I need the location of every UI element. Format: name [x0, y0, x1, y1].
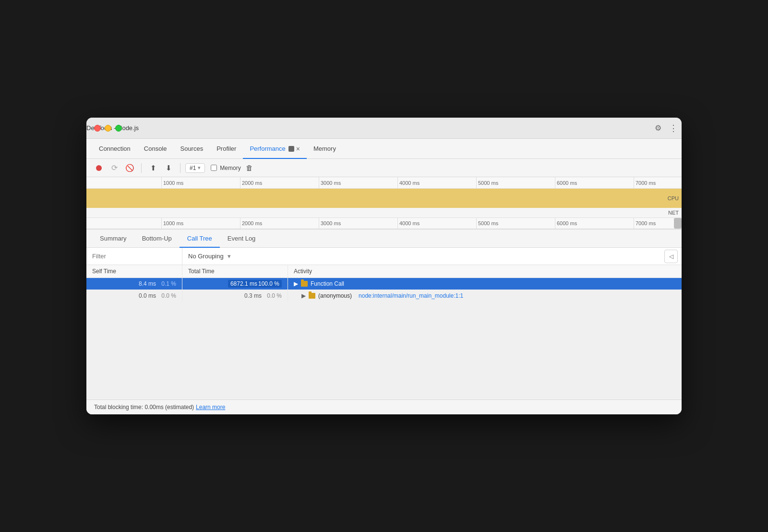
tab-call-tree[interactable]: Call Tree [180, 230, 220, 248]
tick-6000ms: 6000 ms [555, 177, 577, 188]
btick-3000ms: 3000 ms [319, 218, 341, 229]
table-row[interactable]: 0.0 ms 0.0 % 0.3 ms 0.0 % ▶ (anonymous) … [86, 290, 682, 302]
activity-name-1: Function Call [311, 280, 344, 287]
table-row[interactable]: 8.4 ms 0.1 % 6872.1 ms100.0 % ▶ Function… [86, 278, 682, 290]
total-pct-2: 0.0 % [267, 292, 282, 299]
activity-name-2: (anonymous) [318, 292, 352, 299]
timeline-ruler-top: 1000 ms 2000 ms 3000 ms 4000 ms 5000 ms … [86, 177, 682, 189]
titlebar: DevTools - Node.js ⚙ ⋮ [86, 118, 682, 139]
cpu-label: CPU [668, 195, 679, 201]
nav-item-memory[interactable]: Memory [307, 139, 343, 159]
filter-row: No Grouping ▾ ◁ [86, 248, 682, 265]
cell-activity-1: ▶ Function Call [288, 278, 682, 290]
total-highlight-1: 6872.1 ms100.0 % [228, 280, 282, 288]
folder-icon-1 [301, 281, 308, 287]
expand-icon-2[interactable]: ▶ [301, 292, 306, 299]
delete-button[interactable]: 🗑 [243, 161, 256, 175]
status-text: Total blocking time: 0.00ms (estimated) [94, 404, 194, 411]
svg-point-0 [96, 165, 102, 171]
self-pct-2: 0.0 % [161, 292, 176, 299]
memory-checkbox-input[interactable] [211, 165, 217, 171]
activity-link-2[interactable]: node:internal/main/run_main_module:1:1 [359, 292, 463, 299]
tick-7000ms: 7000 ms [634, 177, 656, 188]
nav-item-connection[interactable]: Connection [92, 139, 137, 159]
tick-2000ms: 2000 ms [240, 177, 262, 188]
net-bar: NET [86, 208, 682, 218]
toolbar: ⟳ 🚫 ⬆ ⬇ #1 ▾ Memory 🗑 [86, 159, 682, 177]
record-button[interactable] [92, 161, 106, 175]
memory-label: Memory [220, 165, 240, 171]
btick-7000ms: 7000 ms [634, 218, 656, 229]
timeline-area: 1000 ms 2000 ms 3000 ms 4000 ms 5000 ms … [86, 177, 682, 230]
nav-item-sources[interactable]: Sources [173, 139, 210, 159]
settings-icon[interactable]: ⚙ [655, 123, 661, 133]
separator-1 [141, 163, 142, 173]
header-activity: Activity [288, 265, 682, 278]
cpu-bar[interactable]: CPU [86, 189, 682, 208]
net-label: NET [668, 210, 679, 216]
timeline-ruler-bottom: 1000 ms 2000 ms 3000 ms 4000 ms 5000 ms … [86, 218, 682, 229]
cell-activity-2: ▶ (anonymous) node:internal/main/run_mai… [288, 290, 682, 302]
upload-button[interactable]: ⬆ [146, 161, 160, 175]
self-pct-1: 0.1 % [161, 280, 176, 287]
reload-button[interactable]: ⟳ [108, 161, 121, 175]
separator-2 [180, 163, 180, 173]
filter-input[interactable] [86, 248, 182, 265]
tabs-row: Summary Bottom-Up Call Tree Event Log [86, 230, 682, 248]
tick-3000ms: 3000 ms [319, 177, 341, 188]
tab-close-icon[interactable]: × [296, 145, 300, 153]
total-ms-2: 0.3 ms [244, 292, 262, 299]
nav-item-performance[interactable]: Performance × [243, 139, 307, 159]
btick-4000ms: 4000 ms [397, 218, 420, 229]
traffic-lights [94, 125, 122, 132]
titlebar-actions: ⚙ ⋮ [655, 123, 682, 133]
tick-4000ms: 4000 ms [397, 177, 420, 188]
btick-6000ms: 6000 ms [555, 218, 577, 229]
table-headers: Self Time Total Time Activity [86, 265, 682, 278]
btick-5000ms: 5000 ms [476, 218, 498, 229]
timeline-scrollbar[interactable] [674, 218, 682, 229]
profile-label: #1 [190, 165, 196, 171]
navbar: Connection Console Sources Profiler Perf… [86, 139, 682, 159]
header-self-time: Self Time [86, 265, 182, 278]
close-button[interactable] [94, 125, 101, 132]
expand-icon-1[interactable]: ▶ [294, 280, 298, 287]
clear-button[interactable]: 🚫 [123, 161, 136, 175]
self-ms-2: 0.0 ms [139, 292, 156, 299]
btick-1000ms: 1000 ms [161, 218, 183, 229]
cell-total-time-2: 0.3 ms 0.0 % [182, 290, 288, 302]
tick-5000ms: 5000 ms [476, 177, 498, 188]
cell-total-time-1: 6872.1 ms100.0 % [182, 278, 288, 290]
maximize-button[interactable] [115, 125, 122, 132]
tick-1000ms: 1000 ms [161, 177, 183, 188]
sidebar-toggle-button[interactable]: ◁ [664, 250, 678, 263]
nav-item-console[interactable]: Console [137, 139, 174, 159]
grouping-label: No Grouping [188, 253, 224, 260]
grouping-select[interactable]: No Grouping ▾ [182, 253, 237, 260]
tab-event-log[interactable]: Event Log [220, 230, 264, 248]
sidebar-toggle-icon: ◁ [669, 253, 673, 260]
tab-summary[interactable]: Summary [92, 230, 134, 248]
call-tree-table: Self Time Total Time Activity 8.4 ms 0.1… [86, 265, 682, 399]
btick-2000ms: 2000 ms [240, 218, 262, 229]
devtools-window: DevTools - Node.js ⚙ ⋮ Connection Consol… [86, 118, 682, 414]
status-bar: Total blocking time: 0.00ms (estimated) … [86, 399, 682, 414]
recording-indicator [288, 146, 294, 152]
cell-self-time-1: 8.4 ms 0.1 % [86, 278, 182, 290]
self-ms-1: 8.4 ms [139, 280, 156, 287]
learn-more-link[interactable]: Learn more [196, 404, 225, 411]
download-button[interactable]: ⬇ [162, 161, 175, 175]
memory-checkbox[interactable]: Memory [211, 165, 240, 171]
header-total-time: Total Time [182, 265, 288, 278]
more-icon[interactable]: ⋮ [669, 123, 678, 133]
folder-icon-2 [309, 293, 315, 299]
profile-select[interactable]: #1 ▾ [185, 163, 205, 173]
chevron-down-icon: ▾ [228, 253, 231, 260]
cell-self-time-2: 0.0 ms 0.0 % [86, 290, 182, 302]
minimize-button[interactable] [105, 125, 111, 132]
tab-bottom-up[interactable]: Bottom-Up [134, 230, 180, 248]
nav-item-profiler[interactable]: Profiler [210, 139, 243, 159]
chevron-down-icon: ▾ [198, 165, 201, 171]
